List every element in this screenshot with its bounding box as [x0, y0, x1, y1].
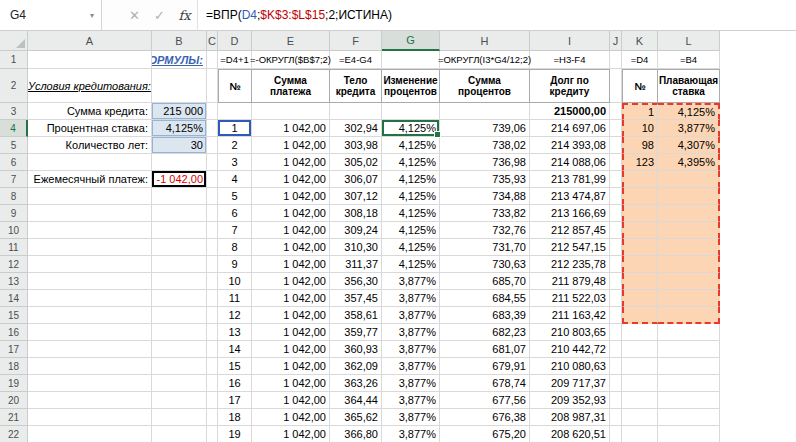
cell-C1[interactable]: [207, 51, 218, 69]
cell-B20[interactable]: [152, 392, 207, 409]
cell-D17[interactable]: 14: [218, 341, 252, 358]
cell-A22[interactable]: [28, 426, 152, 442]
cell-I22[interactable]: 208 620,51: [530, 426, 610, 442]
cell-B3[interactable]: 215 000: [152, 103, 207, 120]
cell-L20[interactable]: [658, 392, 720, 409]
cell-L11[interactable]: [658, 239, 720, 256]
cell-J3[interactable]: [610, 103, 622, 120]
cell-E12[interactable]: 1 042,00: [252, 256, 330, 273]
cell-B6[interactable]: [152, 154, 207, 171]
column-header-C[interactable]: C: [207, 31, 218, 51]
cell-K16[interactable]: [622, 324, 658, 341]
cell-J4[interactable]: [610, 120, 622, 137]
cell-C7[interactable]: [207, 171, 218, 188]
cell-J22[interactable]: [610, 426, 622, 442]
row-header-9[interactable]: 9: [0, 205, 28, 222]
cell-I6[interactable]: 214 088,06: [530, 154, 610, 171]
cell-H18[interactable]: 679,91: [440, 358, 530, 375]
cell-F19[interactable]: 363,26: [330, 375, 382, 392]
cell-F14[interactable]: 357,45: [330, 290, 382, 307]
cell-J11[interactable]: [610, 239, 622, 256]
worksheet-grid[interactable]: ABCDEFGHIJKL1ФОРМУЛЫ:=D4+1=-ОКРУГЛ($B$7;…: [0, 31, 796, 442]
cell-E2[interactable]: Сумма платежа: [252, 69, 330, 103]
column-header-E[interactable]: E: [252, 31, 330, 51]
cell-C8[interactable]: [207, 188, 218, 205]
cell-L18[interactable]: [658, 358, 720, 375]
column-header-K[interactable]: K: [622, 31, 658, 51]
cell-C5[interactable]: [207, 137, 218, 154]
cell-D10[interactable]: 7: [218, 222, 252, 239]
cell-L13[interactable]: [658, 273, 720, 290]
cell-K22[interactable]: [622, 426, 658, 442]
cell-I15[interactable]: 211 163,42: [530, 307, 610, 324]
formula-input[interactable]: =ВПР(D4;$K$3:$L$15;2;ИСТИНА): [197, 0, 796, 30]
cell-L16[interactable]: [658, 324, 720, 341]
cell-I7[interactable]: 213 781,99: [530, 171, 610, 188]
cell-H3[interactable]: [440, 103, 530, 120]
cell-H2[interactable]: Сумма процентов: [440, 69, 530, 103]
cell-E17[interactable]: 1 042,00: [252, 341, 330, 358]
cell-A12[interactable]: [28, 256, 152, 273]
cell-J20[interactable]: [610, 392, 622, 409]
column-header-G[interactable]: G: [382, 31, 440, 51]
cell-H20[interactable]: 677,56: [440, 392, 530, 409]
column-header-L[interactable]: L: [658, 31, 720, 51]
cell-G13[interactable]: 3,877%: [382, 273, 440, 290]
cell-K1[interactable]: =D4: [622, 51, 658, 69]
cell-G12[interactable]: 4,125%: [382, 256, 440, 273]
cell-G18[interactable]: 3,877%: [382, 358, 440, 375]
cell-G21[interactable]: 3,877%: [382, 409, 440, 426]
cell-J8[interactable]: [610, 188, 622, 205]
cell-D6[interactable]: 3: [218, 154, 252, 171]
cell-G19[interactable]: 3,877%: [382, 375, 440, 392]
cell-I9[interactable]: 213 166,69: [530, 205, 610, 222]
cell-J1[interactable]: [610, 51, 622, 69]
cell-A20[interactable]: [28, 392, 152, 409]
cell-G17[interactable]: 3,877%: [382, 341, 440, 358]
cell-G4[interactable]: 4,125%: [382, 120, 440, 137]
cell-A18[interactable]: [28, 358, 152, 375]
row-header-19[interactable]: 19: [0, 375, 28, 392]
cell-I17[interactable]: 210 442,72: [530, 341, 610, 358]
cell-L8[interactable]: [658, 188, 720, 205]
cell-B14[interactable]: [152, 290, 207, 307]
cell-D3[interactable]: [218, 103, 252, 120]
cell-C22[interactable]: [207, 426, 218, 442]
cell-H7[interactable]: 735,93: [440, 171, 530, 188]
cell-A5[interactable]: Количество лет:: [28, 137, 152, 154]
cell-A10[interactable]: [28, 222, 152, 239]
cell-I10[interactable]: 212 857,45: [530, 222, 610, 239]
cell-C11[interactable]: [207, 239, 218, 256]
cell-D7[interactable]: 4: [218, 171, 252, 188]
cell-E22[interactable]: 1 042,00: [252, 426, 330, 442]
cell-H19[interactable]: 678,74: [440, 375, 530, 392]
cell-L9[interactable]: [658, 205, 720, 222]
cell-L4[interactable]: 3,877%: [658, 120, 720, 137]
cell-L21[interactable]: [658, 409, 720, 426]
row-header-17[interactable]: 17: [0, 341, 28, 358]
formula-bar-splitter[interactable]: [102, 0, 122, 30]
cell-E19[interactable]: 1 042,00: [252, 375, 330, 392]
cell-A13[interactable]: [28, 273, 152, 290]
cell-D22[interactable]: 19: [218, 426, 252, 442]
cell-I11[interactable]: 212 547,15: [530, 239, 610, 256]
cell-B11[interactable]: [152, 239, 207, 256]
row-header-2[interactable]: 2: [0, 69, 28, 103]
cell-G3[interactable]: [382, 103, 440, 120]
cell-J16[interactable]: [610, 324, 622, 341]
cell-D11[interactable]: 8: [218, 239, 252, 256]
row-header-13[interactable]: 13: [0, 273, 28, 290]
cell-K11[interactable]: [622, 239, 658, 256]
cell-B15[interactable]: [152, 307, 207, 324]
cell-H1[interactable]: =ОКРУГЛ(I3*G4/12;2): [440, 51, 530, 69]
cell-H6[interactable]: 736,98: [440, 154, 530, 171]
cell-E1[interactable]: =-ОКРУГЛ($B$7;2): [252, 51, 330, 69]
cell-D5[interactable]: 2: [218, 137, 252, 154]
cell-K6[interactable]: 123: [622, 154, 658, 171]
cell-F18[interactable]: 362,09: [330, 358, 382, 375]
cell-J7[interactable]: [610, 171, 622, 188]
cell-H13[interactable]: 685,70: [440, 273, 530, 290]
cell-L6[interactable]: 4,395%: [658, 154, 720, 171]
cell-K7[interactable]: [622, 171, 658, 188]
cell-C2[interactable]: [207, 69, 218, 103]
